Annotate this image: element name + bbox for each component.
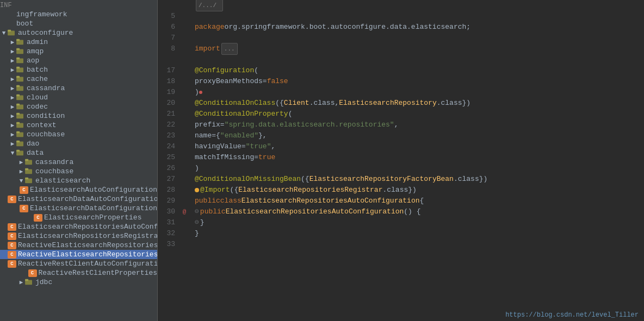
tree-arrow-data: ▼ <box>9 150 16 156</box>
tree-item-ElasticsearchDataConfiguration[interactable]: CElasticsearchDataConfiguration <box>0 204 157 213</box>
code-line-1 <box>195 11 639 22</box>
tree-arrow-data-couchbase: ▶ <box>17 168 25 175</box>
tree-item-data-cassandra[interactable]: ▶cassandra <box>0 158 157 167</box>
gutter-14 <box>179 152 189 163</box>
file-icon-ElasticsearchProperties: C <box>34 214 42 222</box>
tree-item-jdbc[interactable]: ▶jdbc <box>0 278 157 287</box>
folder-icon-cassandra <box>16 85 25 92</box>
file-tree[interactable]: INF ingframeworkboot▼autoconfigure▶admin… <box>0 0 158 321</box>
tree-label-context: context <box>27 121 57 129</box>
folder-icon-data-elasticsearch <box>25 177 34 185</box>
folder-icon-jdbc <box>25 279 34 286</box>
folder-icon-cloud <box>16 94 25 102</box>
gutter-20 <box>179 217 189 228</box>
tree-item-batch[interactable]: ▶batch <box>0 65 157 74</box>
tree-item-cloud[interactable]: ▶cloud <box>0 93 157 102</box>
tree-item-ReactiveElasticsearchRepositoriesAutoConfiguration[interactable]: CReactiveElasticsearchRepositoriesAutoCo… <box>0 241 157 250</box>
gutter-9 <box>179 98 189 109</box>
tree-arrow-aop: ▶ <box>9 57 16 64</box>
svg-rect-25 <box>16 140 20 142</box>
tree-item-ElasticsearchRepositoriesAutoConfiguration[interactable]: CElasticsearchRepositoriesAutoConfigurat… <box>0 222 157 231</box>
code-content: /.../ package org.springframework.boot.a… <box>189 0 644 321</box>
code-line-17: @Import({ElasticsearchRepositoriesRegist… <box>195 185 639 196</box>
folder-icon-context <box>16 122 25 129</box>
tree-label-data: data <box>27 149 44 157</box>
file-icon-ReactiveRestClientProperties: C <box>28 269 37 277</box>
tree-item-ElasticsearchDataAutoConfiguration[interactable]: CElasticsearchDataAutoConfiguration <box>0 194 157 204</box>
tree-item-data-couchbase[interactable]: ▶couchbase <box>0 167 157 176</box>
file-icon-ElasticsearchDataConfiguration: C <box>20 205 28 212</box>
svg-rect-17 <box>16 103 20 105</box>
tree-label-cassandra: cassandra <box>27 84 65 92</box>
tree-item-context[interactable]: ▶context <box>0 121 157 130</box>
tree-item-boot[interactable]: boot <box>0 19 157 28</box>
tree-item-condition[interactable]: ▶condition <box>0 111 157 121</box>
svg-rect-11 <box>16 75 20 77</box>
gutter-1 <box>179 11 189 22</box>
gutter-21 <box>179 228 189 239</box>
code-line-19: ⊖ public ElasticsearchRepositoriesAutoCo… <box>195 206 639 217</box>
tree-item-ElasticsearchAutoConfiguration[interactable]: CElasticsearchAutoConfiguration <box>0 185 157 194</box>
tree-item-amqp[interactable]: ▶amqp <box>0 47 157 56</box>
tree-item-autoconfigure[interactable]: ▼autoconfigure <box>0 28 157 37</box>
svg-rect-5 <box>16 48 20 49</box>
tree-label-ElasticsearchDataConfiguration: ElasticsearchDataConfiguration <box>30 204 157 212</box>
tree-arrow-cassandra: ▶ <box>9 85 16 92</box>
gutter-3 <box>179 33 189 43</box>
svg-rect-19 <box>16 112 20 114</box>
file-icon-ElasticsearchDataAutoConfiguration: C <box>8 196 16 203</box>
tree-item-cassandra[interactable]: ▶cassandra <box>0 84 157 93</box>
code-line-12: name = {"enabled"}, <box>195 130 639 141</box>
folder-icon-batch <box>16 66 25 74</box>
tree-item-cache[interactable]: ▶cache <box>0 74 157 84</box>
tree-item-admin[interactable]: ▶admin <box>0 37 157 47</box>
tree-arrow-context: ▶ <box>9 122 16 129</box>
svg-rect-3 <box>16 39 20 40</box>
file-icon-ElasticsearchAutoConfiguration: C <box>20 186 28 194</box>
tree-item-data-elasticsearch[interactable]: ▼elasticsearch <box>0 176 157 185</box>
tree-item-data[interactable]: ▼data <box>0 148 157 158</box>
gutter-0 <box>179 0 189 11</box>
tree-item-ElasticsearchRepositoriesRegistrar[interactable]: CElasticsearchRepositoriesRegistrar <box>0 231 157 241</box>
code-line-5 <box>195 54 639 65</box>
svg-rect-23 <box>16 131 20 133</box>
tree-label-ElasticsearchDataAutoConfiguration: ElasticsearchDataAutoConfiguration <box>18 195 158 203</box>
tree-item-codec[interactable]: ▶codec <box>0 102 157 111</box>
tree-item-ingframework[interactable]: ingframework <box>0 10 157 19</box>
svg-rect-33 <box>25 177 28 179</box>
file-icon-ElasticsearchRepositoriesAutoConfiguration: C <box>8 223 16 231</box>
folder-icon-data <box>16 149 25 157</box>
code-line-22 <box>195 239 639 250</box>
gutter-16 <box>179 174 189 185</box>
code-line-14: matchIfMissing = true <box>195 152 639 163</box>
gutter-7 <box>179 76 189 87</box>
code-line-7: proxyBeanMethods = false <box>195 76 639 87</box>
code-line-11: prefix = "spring.data.elasticsearch.repo… <box>195 119 639 130</box>
folder-icon-cache <box>16 75 25 83</box>
tree-item-aop[interactable]: ▶aop <box>0 56 157 65</box>
tree-item-couchbase[interactable]: ▶couchbase <box>0 130 157 139</box>
file-icon-ElasticsearchRepositoriesRegistrar: C <box>8 232 16 240</box>
tree-arrow-data-cassandra: ▶ <box>17 159 25 166</box>
code-line-20: ⊖ } <box>195 217 639 228</box>
tree-arrow-couchbase: ▶ <box>9 131 16 138</box>
code-line-9: @ConditionalOnClass({Client.class, Elast… <box>195 98 639 109</box>
tree-item-ElasticsearchProperties[interactable]: CElasticsearchProperties <box>0 213 157 222</box>
code-line-13: havingValue = "true", <box>195 141 639 152</box>
file-icon-ReactiveElasticsearchRepositoriesRegistrar: C <box>8 251 16 259</box>
tree-item-dao[interactable]: ▶dao <box>0 139 157 148</box>
svg-rect-9 <box>16 66 20 68</box>
tree-item-ReactiveRestClientProperties[interactable]: CReactiveRestClientProperties <box>0 268 157 278</box>
gutter-22 <box>179 239 189 250</box>
gutter-18 <box>179 196 189 206</box>
gutter-5 <box>179 54 189 65</box>
tree-label-admin: admin <box>27 38 48 46</box>
tree-label-condition: condition <box>27 112 65 120</box>
tree-item-ReactiveRestClientAutoConfiguration[interactable]: CReactiveRestClientAutoConfiguration <box>0 259 157 268</box>
tree-item-ReactiveElasticsearchRepositoriesRegistrar[interactable]: CReactiveElasticsearchRepositoriesRegist… <box>0 250 157 259</box>
tree-arrow-data-elasticsearch: ▼ <box>17 178 25 184</box>
folder-icon-amqp <box>16 48 25 55</box>
tree-label-data-couchbase: couchbase <box>35 167 73 175</box>
code-line-4: import ... <box>195 43 639 54</box>
tree-arrow-codec: ▶ <box>9 103 16 110</box>
